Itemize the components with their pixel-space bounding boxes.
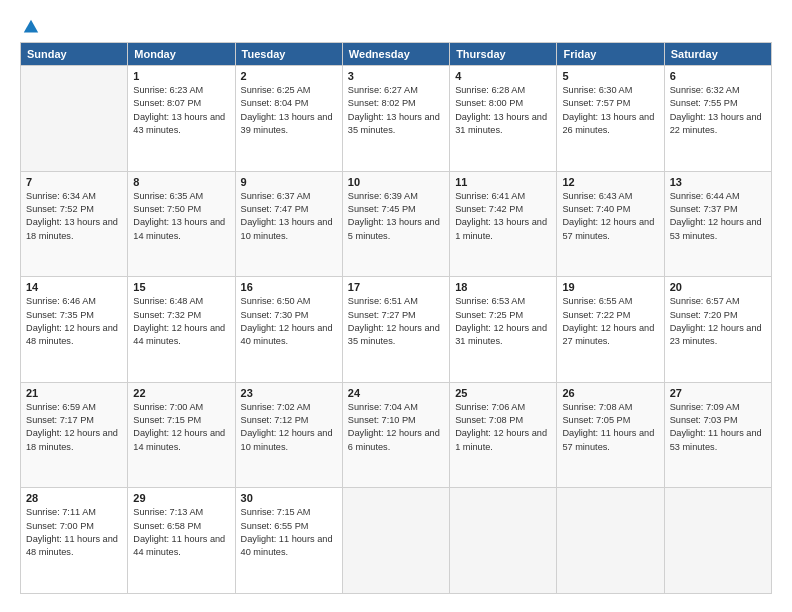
cell-sun-info: Sunrise: 7:08 AMSunset: 7:05 PMDaylight:…	[562, 401, 658, 454]
cell-sun-info: Sunrise: 6:30 AMSunset: 7:57 PMDaylight:…	[562, 84, 658, 137]
calendar-cell: 26Sunrise: 7:08 AMSunset: 7:05 PMDayligh…	[557, 382, 664, 488]
cell-sun-info: Sunrise: 7:09 AMSunset: 7:03 PMDaylight:…	[670, 401, 766, 454]
calendar-cell: 17Sunrise: 6:51 AMSunset: 7:27 PMDayligh…	[342, 277, 449, 383]
calendar-cell: 15Sunrise: 6:48 AMSunset: 7:32 PMDayligh…	[128, 277, 235, 383]
weekday-header-wednesday: Wednesday	[342, 43, 449, 66]
calendar-week-1: 7Sunrise: 6:34 AMSunset: 7:52 PMDaylight…	[21, 171, 772, 277]
cell-sun-info: Sunrise: 6:35 AMSunset: 7:50 PMDaylight:…	[133, 190, 229, 243]
cell-day-number: 30	[241, 492, 337, 504]
calendar-cell: 12Sunrise: 6:43 AMSunset: 7:40 PMDayligh…	[557, 171, 664, 277]
calendar-cell: 7Sunrise: 6:34 AMSunset: 7:52 PMDaylight…	[21, 171, 128, 277]
cell-sun-info: Sunrise: 6:46 AMSunset: 7:35 PMDaylight:…	[26, 295, 122, 348]
cell-sun-info: Sunrise: 6:23 AMSunset: 8:07 PMDaylight:…	[133, 84, 229, 137]
cell-sun-info: Sunrise: 6:28 AMSunset: 8:00 PMDaylight:…	[455, 84, 551, 137]
cell-sun-info: Sunrise: 7:11 AMSunset: 7:00 PMDaylight:…	[26, 506, 122, 559]
calendar-cell	[557, 488, 664, 594]
calendar-cell: 18Sunrise: 6:53 AMSunset: 7:25 PMDayligh…	[450, 277, 557, 383]
calendar-cell: 21Sunrise: 6:59 AMSunset: 7:17 PMDayligh…	[21, 382, 128, 488]
weekday-header-row: SundayMondayTuesdayWednesdayThursdayFrid…	[21, 43, 772, 66]
calendar-cell: 9Sunrise: 6:37 AMSunset: 7:47 PMDaylight…	[235, 171, 342, 277]
cell-sun-info: Sunrise: 6:55 AMSunset: 7:22 PMDaylight:…	[562, 295, 658, 348]
cell-day-number: 16	[241, 281, 337, 293]
cell-day-number: 11	[455, 176, 551, 188]
calendar-cell: 28Sunrise: 7:11 AMSunset: 7:00 PMDayligh…	[21, 488, 128, 594]
calendar-cell: 13Sunrise: 6:44 AMSunset: 7:37 PMDayligh…	[664, 171, 771, 277]
cell-sun-info: Sunrise: 6:41 AMSunset: 7:42 PMDaylight:…	[455, 190, 551, 243]
calendar-cell: 3Sunrise: 6:27 AMSunset: 8:02 PMDaylight…	[342, 66, 449, 172]
calendar-week-2: 14Sunrise: 6:46 AMSunset: 7:35 PMDayligh…	[21, 277, 772, 383]
cell-sun-info: Sunrise: 7:04 AMSunset: 7:10 PMDaylight:…	[348, 401, 444, 454]
cell-sun-info: Sunrise: 7:02 AMSunset: 7:12 PMDaylight:…	[241, 401, 337, 454]
cell-day-number: 15	[133, 281, 229, 293]
weekday-header-saturday: Saturday	[664, 43, 771, 66]
cell-day-number: 20	[670, 281, 766, 293]
cell-day-number: 7	[26, 176, 122, 188]
calendar-week-3: 21Sunrise: 6:59 AMSunset: 7:17 PMDayligh…	[21, 382, 772, 488]
weekday-header-sunday: Sunday	[21, 43, 128, 66]
calendar-cell: 14Sunrise: 6:46 AMSunset: 7:35 PMDayligh…	[21, 277, 128, 383]
cell-day-number: 10	[348, 176, 444, 188]
cell-sun-info: Sunrise: 6:48 AMSunset: 7:32 PMDaylight:…	[133, 295, 229, 348]
weekday-header-thursday: Thursday	[450, 43, 557, 66]
calendar-cell: 25Sunrise: 7:06 AMSunset: 7:08 PMDayligh…	[450, 382, 557, 488]
cell-sun-info: Sunrise: 6:51 AMSunset: 7:27 PMDaylight:…	[348, 295, 444, 348]
calendar-cell: 29Sunrise: 7:13 AMSunset: 6:58 PMDayligh…	[128, 488, 235, 594]
svg-marker-0	[24, 20, 38, 33]
cell-day-number: 18	[455, 281, 551, 293]
cell-day-number: 17	[348, 281, 444, 293]
cell-day-number: 14	[26, 281, 122, 293]
calendar-cell	[21, 66, 128, 172]
calendar-week-0: 1Sunrise: 6:23 AMSunset: 8:07 PMDaylight…	[21, 66, 772, 172]
cell-day-number: 5	[562, 70, 658, 82]
calendar-cell: 6Sunrise: 6:32 AMSunset: 7:55 PMDaylight…	[664, 66, 771, 172]
calendar-week-4: 28Sunrise: 7:11 AMSunset: 7:00 PMDayligh…	[21, 488, 772, 594]
calendar-cell: 4Sunrise: 6:28 AMSunset: 8:00 PMDaylight…	[450, 66, 557, 172]
cell-day-number: 29	[133, 492, 229, 504]
calendar-cell: 19Sunrise: 6:55 AMSunset: 7:22 PMDayligh…	[557, 277, 664, 383]
cell-sun-info: Sunrise: 7:13 AMSunset: 6:58 PMDaylight:…	[133, 506, 229, 559]
calendar-cell: 8Sunrise: 6:35 AMSunset: 7:50 PMDaylight…	[128, 171, 235, 277]
cell-day-number: 9	[241, 176, 337, 188]
calendar-cell: 27Sunrise: 7:09 AMSunset: 7:03 PMDayligh…	[664, 382, 771, 488]
page: SundayMondayTuesdayWednesdayThursdayFrid…	[0, 0, 792, 612]
calendar-cell: 10Sunrise: 6:39 AMSunset: 7:45 PMDayligh…	[342, 171, 449, 277]
cell-day-number: 13	[670, 176, 766, 188]
cell-day-number: 3	[348, 70, 444, 82]
cell-sun-info: Sunrise: 6:34 AMSunset: 7:52 PMDaylight:…	[26, 190, 122, 243]
calendar-cell: 30Sunrise: 7:15 AMSunset: 6:55 PMDayligh…	[235, 488, 342, 594]
cell-day-number: 28	[26, 492, 122, 504]
cell-day-number: 19	[562, 281, 658, 293]
cell-sun-info: Sunrise: 6:59 AMSunset: 7:17 PMDaylight:…	[26, 401, 122, 454]
cell-sun-info: Sunrise: 7:15 AMSunset: 6:55 PMDaylight:…	[241, 506, 337, 559]
cell-day-number: 24	[348, 387, 444, 399]
cell-sun-info: Sunrise: 6:25 AMSunset: 8:04 PMDaylight:…	[241, 84, 337, 137]
cell-sun-info: Sunrise: 6:44 AMSunset: 7:37 PMDaylight:…	[670, 190, 766, 243]
weekday-header-monday: Monday	[128, 43, 235, 66]
calendar-cell: 11Sunrise: 6:41 AMSunset: 7:42 PMDayligh…	[450, 171, 557, 277]
cell-day-number: 25	[455, 387, 551, 399]
cell-sun-info: Sunrise: 7:00 AMSunset: 7:15 PMDaylight:…	[133, 401, 229, 454]
cell-sun-info: Sunrise: 6:50 AMSunset: 7:30 PMDaylight:…	[241, 295, 337, 348]
calendar-cell: 16Sunrise: 6:50 AMSunset: 7:30 PMDayligh…	[235, 277, 342, 383]
calendar-cell: 1Sunrise: 6:23 AMSunset: 8:07 PMDaylight…	[128, 66, 235, 172]
calendar-cell	[450, 488, 557, 594]
cell-sun-info: Sunrise: 6:39 AMSunset: 7:45 PMDaylight:…	[348, 190, 444, 243]
cell-day-number: 26	[562, 387, 658, 399]
cell-sun-info: Sunrise: 6:57 AMSunset: 7:20 PMDaylight:…	[670, 295, 766, 348]
header	[20, 18, 772, 32]
cell-sun-info: Sunrise: 7:06 AMSunset: 7:08 PMDaylight:…	[455, 401, 551, 454]
calendar-cell: 23Sunrise: 7:02 AMSunset: 7:12 PMDayligh…	[235, 382, 342, 488]
calendar-cell: 2Sunrise: 6:25 AMSunset: 8:04 PMDaylight…	[235, 66, 342, 172]
logo	[20, 18, 40, 32]
calendar-table: SundayMondayTuesdayWednesdayThursdayFrid…	[20, 42, 772, 594]
cell-day-number: 1	[133, 70, 229, 82]
calendar-cell	[664, 488, 771, 594]
logo-icon	[22, 18, 40, 36]
cell-day-number: 8	[133, 176, 229, 188]
calendar-cell: 22Sunrise: 7:00 AMSunset: 7:15 PMDayligh…	[128, 382, 235, 488]
cell-day-number: 4	[455, 70, 551, 82]
cell-day-number: 23	[241, 387, 337, 399]
weekday-header-friday: Friday	[557, 43, 664, 66]
cell-sun-info: Sunrise: 6:43 AMSunset: 7:40 PMDaylight:…	[562, 190, 658, 243]
cell-day-number: 27	[670, 387, 766, 399]
